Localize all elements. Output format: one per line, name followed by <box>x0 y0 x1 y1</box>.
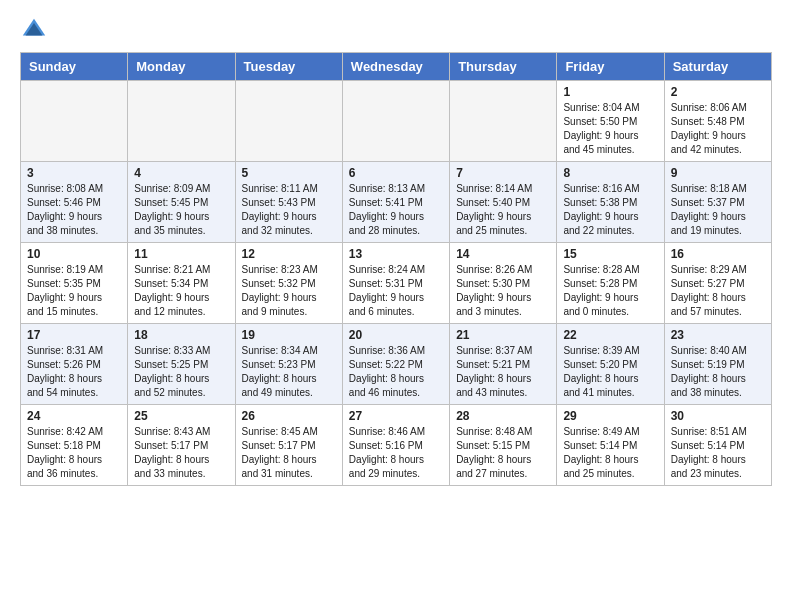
day-info: Sunrise: 8:29 AM Sunset: 5:27 PM Dayligh… <box>671 263 765 319</box>
week-row-3: 17Sunrise: 8:31 AM Sunset: 5:26 PM Dayli… <box>21 324 772 405</box>
day-info: Sunrise: 8:26 AM Sunset: 5:30 PM Dayligh… <box>456 263 550 319</box>
day-header-row: SundayMondayTuesdayWednesdayThursdayFrid… <box>21 53 772 81</box>
day-number: 13 <box>349 247 443 261</box>
day-info: Sunrise: 8:48 AM Sunset: 5:15 PM Dayligh… <box>456 425 550 481</box>
day-header-friday: Friday <box>557 53 664 81</box>
day-number: 24 <box>27 409 121 423</box>
day-number: 29 <box>563 409 657 423</box>
day-number: 25 <box>134 409 228 423</box>
day-number: 8 <box>563 166 657 180</box>
day-info: Sunrise: 8:06 AM Sunset: 5:48 PM Dayligh… <box>671 101 765 157</box>
day-info: Sunrise: 8:19 AM Sunset: 5:35 PM Dayligh… <box>27 263 121 319</box>
calendar-cell: 21Sunrise: 8:37 AM Sunset: 5:21 PM Dayli… <box>450 324 557 405</box>
calendar-cell: 8Sunrise: 8:16 AM Sunset: 5:38 PM Daylig… <box>557 162 664 243</box>
calendar-cell: 7Sunrise: 8:14 AM Sunset: 5:40 PM Daylig… <box>450 162 557 243</box>
day-info: Sunrise: 8:09 AM Sunset: 5:45 PM Dayligh… <box>134 182 228 238</box>
calendar-cell <box>128 81 235 162</box>
day-number: 15 <box>563 247 657 261</box>
day-info: Sunrise: 8:49 AM Sunset: 5:14 PM Dayligh… <box>563 425 657 481</box>
day-header-tuesday: Tuesday <box>235 53 342 81</box>
calendar-cell: 1Sunrise: 8:04 AM Sunset: 5:50 PM Daylig… <box>557 81 664 162</box>
day-info: Sunrise: 8:13 AM Sunset: 5:41 PM Dayligh… <box>349 182 443 238</box>
calendar-cell: 9Sunrise: 8:18 AM Sunset: 5:37 PM Daylig… <box>664 162 771 243</box>
day-info: Sunrise: 8:46 AM Sunset: 5:16 PM Dayligh… <box>349 425 443 481</box>
day-number: 1 <box>563 85 657 99</box>
day-number: 19 <box>242 328 336 342</box>
day-number: 28 <box>456 409 550 423</box>
calendar-cell: 22Sunrise: 8:39 AM Sunset: 5:20 PM Dayli… <box>557 324 664 405</box>
day-number: 4 <box>134 166 228 180</box>
day-number: 21 <box>456 328 550 342</box>
day-info: Sunrise: 8:45 AM Sunset: 5:17 PM Dayligh… <box>242 425 336 481</box>
calendar-cell <box>235 81 342 162</box>
day-number: 18 <box>134 328 228 342</box>
calendar-cell: 19Sunrise: 8:34 AM Sunset: 5:23 PM Dayli… <box>235 324 342 405</box>
day-number: 27 <box>349 409 443 423</box>
day-info: Sunrise: 8:37 AM Sunset: 5:21 PM Dayligh… <box>456 344 550 400</box>
day-info: Sunrise: 8:18 AM Sunset: 5:37 PM Dayligh… <box>671 182 765 238</box>
calendar-cell: 13Sunrise: 8:24 AM Sunset: 5:31 PM Dayli… <box>342 243 449 324</box>
calendar-cell: 24Sunrise: 8:42 AM Sunset: 5:18 PM Dayli… <box>21 405 128 486</box>
day-number: 23 <box>671 328 765 342</box>
calendar-cell: 3Sunrise: 8:08 AM Sunset: 5:46 PM Daylig… <box>21 162 128 243</box>
day-number: 22 <box>563 328 657 342</box>
page-header <box>0 0 792 52</box>
day-info: Sunrise: 8:04 AM Sunset: 5:50 PM Dayligh… <box>563 101 657 157</box>
logo <box>20 16 52 44</box>
day-info: Sunrise: 8:40 AM Sunset: 5:19 PM Dayligh… <box>671 344 765 400</box>
day-info: Sunrise: 8:11 AM Sunset: 5:43 PM Dayligh… <box>242 182 336 238</box>
day-info: Sunrise: 8:42 AM Sunset: 5:18 PM Dayligh… <box>27 425 121 481</box>
calendar-cell: 2Sunrise: 8:06 AM Sunset: 5:48 PM Daylig… <box>664 81 771 162</box>
calendar-cell: 30Sunrise: 8:51 AM Sunset: 5:14 PM Dayli… <box>664 405 771 486</box>
calendar-cell: 29Sunrise: 8:49 AM Sunset: 5:14 PM Dayli… <box>557 405 664 486</box>
day-number: 7 <box>456 166 550 180</box>
calendar-cell: 16Sunrise: 8:29 AM Sunset: 5:27 PM Dayli… <box>664 243 771 324</box>
calendar-cell: 15Sunrise: 8:28 AM Sunset: 5:28 PM Dayli… <box>557 243 664 324</box>
calendar-cell: 25Sunrise: 8:43 AM Sunset: 5:17 PM Dayli… <box>128 405 235 486</box>
week-row-0: 1Sunrise: 8:04 AM Sunset: 5:50 PM Daylig… <box>21 81 772 162</box>
day-number: 20 <box>349 328 443 342</box>
day-number: 10 <box>27 247 121 261</box>
day-number: 2 <box>671 85 765 99</box>
day-number: 3 <box>27 166 121 180</box>
day-header-saturday: Saturday <box>664 53 771 81</box>
day-info: Sunrise: 8:51 AM Sunset: 5:14 PM Dayligh… <box>671 425 765 481</box>
calendar-cell: 20Sunrise: 8:36 AM Sunset: 5:22 PM Dayli… <box>342 324 449 405</box>
calendar-cell: 5Sunrise: 8:11 AM Sunset: 5:43 PM Daylig… <box>235 162 342 243</box>
day-number: 9 <box>671 166 765 180</box>
day-info: Sunrise: 8:14 AM Sunset: 5:40 PM Dayligh… <box>456 182 550 238</box>
calendar-cell: 14Sunrise: 8:26 AM Sunset: 5:30 PM Dayli… <box>450 243 557 324</box>
calendar-cell <box>21 81 128 162</box>
logo-icon <box>20 16 48 44</box>
day-info: Sunrise: 8:34 AM Sunset: 5:23 PM Dayligh… <box>242 344 336 400</box>
calendar-cell <box>450 81 557 162</box>
day-header-monday: Monday <box>128 53 235 81</box>
day-info: Sunrise: 8:21 AM Sunset: 5:34 PM Dayligh… <box>134 263 228 319</box>
day-info: Sunrise: 8:08 AM Sunset: 5:46 PM Dayligh… <box>27 182 121 238</box>
calendar-cell: 6Sunrise: 8:13 AM Sunset: 5:41 PM Daylig… <box>342 162 449 243</box>
day-number: 30 <box>671 409 765 423</box>
calendar-cell: 10Sunrise: 8:19 AM Sunset: 5:35 PM Dayli… <box>21 243 128 324</box>
calendar-cell: 26Sunrise: 8:45 AM Sunset: 5:17 PM Dayli… <box>235 405 342 486</box>
week-row-1: 3Sunrise: 8:08 AM Sunset: 5:46 PM Daylig… <box>21 162 772 243</box>
day-number: 16 <box>671 247 765 261</box>
day-header-thursday: Thursday <box>450 53 557 81</box>
calendar-table: SundayMondayTuesdayWednesdayThursdayFrid… <box>20 52 772 486</box>
day-info: Sunrise: 8:24 AM Sunset: 5:31 PM Dayligh… <box>349 263 443 319</box>
calendar-cell <box>342 81 449 162</box>
day-info: Sunrise: 8:39 AM Sunset: 5:20 PM Dayligh… <box>563 344 657 400</box>
day-number: 11 <box>134 247 228 261</box>
calendar-cell: 27Sunrise: 8:46 AM Sunset: 5:16 PM Dayli… <box>342 405 449 486</box>
calendar-cell: 4Sunrise: 8:09 AM Sunset: 5:45 PM Daylig… <box>128 162 235 243</box>
day-number: 14 <box>456 247 550 261</box>
calendar-cell: 17Sunrise: 8:31 AM Sunset: 5:26 PM Dayli… <box>21 324 128 405</box>
calendar-cell: 12Sunrise: 8:23 AM Sunset: 5:32 PM Dayli… <box>235 243 342 324</box>
day-info: Sunrise: 8:36 AM Sunset: 5:22 PM Dayligh… <box>349 344 443 400</box>
week-row-2: 10Sunrise: 8:19 AM Sunset: 5:35 PM Dayli… <box>21 243 772 324</box>
calendar-cell: 28Sunrise: 8:48 AM Sunset: 5:15 PM Dayli… <box>450 405 557 486</box>
day-info: Sunrise: 8:23 AM Sunset: 5:32 PM Dayligh… <box>242 263 336 319</box>
day-info: Sunrise: 8:16 AM Sunset: 5:38 PM Dayligh… <box>563 182 657 238</box>
day-info: Sunrise: 8:31 AM Sunset: 5:26 PM Dayligh… <box>27 344 121 400</box>
calendar-cell: 23Sunrise: 8:40 AM Sunset: 5:19 PM Dayli… <box>664 324 771 405</box>
day-info: Sunrise: 8:33 AM Sunset: 5:25 PM Dayligh… <box>134 344 228 400</box>
